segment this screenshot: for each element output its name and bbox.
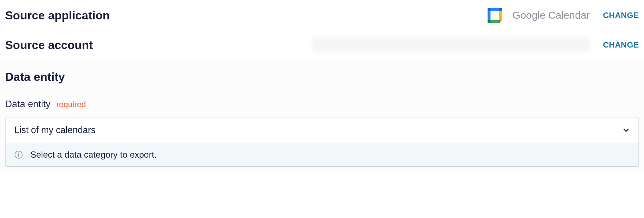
svg-rect-4: [490, 20, 500, 23]
app-info: Google Calendar: [486, 7, 590, 24]
svg-rect-2: [490, 8, 500, 11]
source-account-right: CHANGE: [312, 38, 639, 52]
data-entity-select[interactable]: List of my calendars: [5, 117, 639, 143]
chevron-down-icon: [622, 127, 630, 134]
info-icon: [14, 150, 23, 159]
svg-rect-7: [488, 20, 490, 23]
svg-rect-0: [490, 10, 500, 20]
source-account-section: Source account CHANGE: [0, 31, 644, 59]
data-entity-help-text: Select a data category to export.: [30, 150, 157, 160]
data-entity-help-box: Select a data category to export.: [5, 143, 639, 167]
data-entity-select-container: List of my calendars: [5, 117, 639, 143]
source-application-right: Google Calendar CHANGE: [486, 7, 639, 24]
data-entity-title: Data entity: [5, 70, 639, 84]
source-application-section: Source application Google Calendar CHANG…: [0, 0, 644, 31]
data-entity-section: Data entity Data entity required List of…: [0, 59, 644, 174]
account-value-redacted: [312, 38, 590, 52]
svg-rect-6: [499, 8, 502, 11]
svg-rect-5: [488, 8, 490, 11]
required-badge: required: [56, 100, 86, 109]
change-application-button[interactable]: CHANGE: [603, 11, 639, 20]
data-entity-select-value: List of my calendars: [14, 125, 95, 135]
svg-rect-3: [499, 10, 502, 20]
google-calendar-icon: [486, 7, 504, 24]
source-application-title: Source application: [5, 9, 110, 22]
source-account-title: Source account: [5, 38, 93, 52]
change-account-button[interactable]: CHANGE: [603, 40, 639, 50]
app-name-label: Google Calendar: [512, 10, 590, 21]
svg-rect-1: [488, 10, 490, 20]
data-entity-field-label-row: Data entity required: [5, 98, 639, 110]
data-entity-field-label: Data entity: [5, 98, 50, 110]
svg-point-11: [18, 153, 19, 153]
